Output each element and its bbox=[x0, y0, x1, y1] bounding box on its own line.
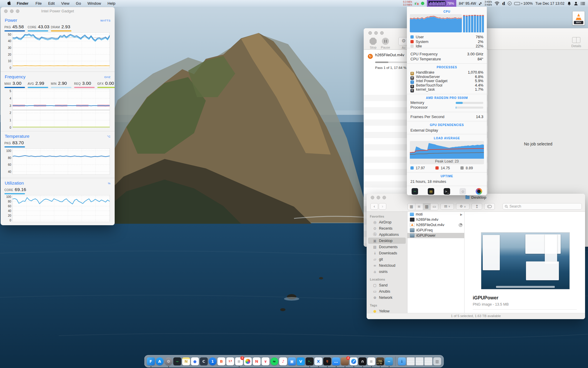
sidebar-item-recents[interactable]: ⊙Recents bbox=[367, 225, 407, 231]
sidebar-item-desktop[interactable]: ▣Desktop bbox=[368, 238, 406, 244]
htop-icon[interactable]: ▤ bbox=[428, 188, 434, 195]
dock-icon-system-preferences[interactable]: ⚙ bbox=[165, 357, 173, 365]
dock-icon-calendar[interactable]: 17 bbox=[226, 357, 234, 365]
file-row-h265fileout.m4v[interactable]: h265FileOut.m4v bbox=[407, 222, 464, 228]
list-view-button[interactable]: ≡ bbox=[415, 203, 423, 210]
istat-cpu-menu-item[interactable]: 78% bbox=[427, 0, 456, 7]
sidebar-item-applications[interactable]: ⒶApplications bbox=[367, 231, 407, 238]
menu-finder[interactable]: Finder bbox=[14, 0, 32, 7]
file-row-igpupower[interactable]: iGPUPower bbox=[407, 233, 464, 238]
temp-power-readout[interactable]: 84° 95.4W bbox=[459, 1, 476, 6]
dock-icon-1password[interactable]: 1 bbox=[209, 357, 217, 365]
column-view-button[interactable]: ▥ bbox=[423, 203, 431, 210]
process-row[interactable]: Kkernel_task1.7% bbox=[410, 87, 483, 92]
dock-icon-terminal[interactable]: >_ bbox=[306, 357, 314, 365]
sidebar-item-documents[interactable]: ▤Documents bbox=[367, 244, 407, 250]
sidebar-item-downloads[interactable]: ↓Downloads bbox=[367, 250, 407, 256]
close-button[interactable] bbox=[368, 31, 372, 35]
dock-icon-app-store[interactable]: A bbox=[156, 357, 164, 365]
dock-icon-bowler-hat-app[interactable]: ∩ bbox=[359, 357, 367, 365]
dock-icon-brave[interactable]: B bbox=[218, 357, 225, 365]
candlestick-chart-icon[interactable] bbox=[415, 1, 418, 6]
dock-icon-downloads-folder[interactable]: ↓ bbox=[398, 357, 406, 365]
dock-icon-news[interactable]: N bbox=[253, 357, 261, 365]
dock-icon-notes[interactable]: N bbox=[182, 357, 190, 365]
dock-icon-pocket[interactable]: ∨ bbox=[262, 357, 270, 365]
file-row-h265file.m4v[interactable]: h265File.m4v bbox=[407, 217, 464, 222]
dock-icon-finder[interactable]: F bbox=[147, 357, 155, 365]
menu-bar-clock[interactable]: Tue Dec 17 13:02 bbox=[535, 1, 564, 6]
dock-icon-music[interactable]: ♪ bbox=[279, 357, 287, 365]
menu-edit[interactable]: Edit bbox=[45, 0, 58, 7]
notification-bell-icon[interactable] bbox=[567, 1, 571, 6]
wifi-icon[interactable] bbox=[495, 1, 500, 5]
terminal-icon[interactable]: >_ bbox=[444, 188, 450, 195]
user-account-icon[interactable] bbox=[574, 1, 578, 6]
battery-indicator[interactable]: 100% bbox=[514, 1, 533, 6]
details-button[interactable]: Details bbox=[568, 37, 584, 48]
minimize-button[interactable] bbox=[374, 31, 378, 35]
dock-icon-reminders[interactable]: ≡4 bbox=[235, 357, 243, 365]
minimized-window-2[interactable] bbox=[416, 357, 424, 365]
status-green-dot-icon[interactable] bbox=[421, 2, 424, 5]
dock-icon-c-swoosh-app[interactable]: C bbox=[200, 357, 208, 365]
dock-icon-messages[interactable]: … bbox=[332, 357, 340, 365]
preview-thumbnail[interactable] bbox=[481, 232, 570, 289]
sidebar-item-yellow[interactable]: ●Yellow bbox=[367, 308, 407, 313]
dock-icon-textedit[interactable]: ≡ bbox=[368, 357, 375, 365]
dock-icon-safari[interactable] bbox=[350, 357, 358, 365]
forward-button[interactable]: › bbox=[379, 203, 386, 210]
activity-monitor-icon[interactable]: ~ bbox=[412, 188, 418, 195]
group-by-button[interactable]: ▤ ∨ bbox=[440, 203, 454, 210]
sidebar-item-airdrop[interactable]: ◎AirDrop bbox=[367, 219, 407, 225]
action-gear-button[interactable]: ⚙ ∨ bbox=[456, 203, 470, 210]
dock-icon-vscode[interactable]: V bbox=[297, 357, 305, 365]
file-row-igpufreq[interactable]: iGPUFreq bbox=[407, 228, 464, 233]
dock-icon-intellij[interactable]: IJ bbox=[323, 357, 331, 365]
dock-icon-photo-booth[interactable]: ▣ bbox=[288, 357, 296, 365]
check-circle-icon[interactable]: ✓ bbox=[508, 1, 512, 5]
istat-menus-icon[interactable] bbox=[476, 188, 482, 195]
menu-file[interactable]: File bbox=[32, 0, 45, 7]
menu-go[interactable]: Go bbox=[73, 0, 84, 7]
tag-button[interactable] bbox=[484, 203, 495, 210]
dock-icon-spotify[interactable]: ≈ bbox=[270, 357, 278, 365]
network-speed-widget-2[interactable]: 3 KB/s 3 KB/s bbox=[485, 1, 492, 6]
dock-icon-trash[interactable]: ▥ bbox=[433, 357, 441, 365]
pause-button[interactable]: Pause bbox=[380, 38, 391, 49]
gallery-view-button[interactable]: ▭ bbox=[431, 203, 438, 210]
network-speed-widget[interactable]: 0.3 kB/s 3.3 kB/s bbox=[403, 1, 412, 6]
dock-icon-xcode[interactable]: X bbox=[315, 357, 323, 365]
grabber-app-icon[interactable]: ◇ bbox=[460, 188, 466, 195]
stop-button[interactable]: Stop bbox=[367, 38, 379, 49]
dock-icon-photos[interactable] bbox=[244, 357, 252, 365]
menu-view[interactable]: View bbox=[58, 0, 73, 7]
dock-icon-handbrake[interactable]: H17.8%43:36 bbox=[376, 357, 384, 365]
sidebar-item-osiris[interactable]: ⌂osiris bbox=[367, 268, 407, 275]
ipg-section-power: PowerWATTSPKG45.58CORE43.03DRAM2.9350403… bbox=[1, 15, 115, 72]
icon-view-button[interactable]: ▦ bbox=[408, 203, 415, 210]
resize-arrows-icon[interactable] bbox=[479, 2, 482, 5]
d-menu-icon[interactable]: d bbox=[502, 1, 505, 6]
list-menu-icon[interactable] bbox=[581, 2, 585, 5]
apple-menu-icon[interactable] bbox=[5, 1, 14, 6]
share-button[interactable]: ↥ bbox=[472, 203, 482, 210]
sidebar-item-network[interactable]: ⊕Network bbox=[367, 294, 407, 301]
dock-icon-signal[interactable]: ● bbox=[191, 357, 199, 365]
sidebar-item-nextcloud[interactable]: ∞Nextcloud bbox=[367, 262, 407, 268]
search-input[interactable]: Search bbox=[502, 203, 582, 210]
sidebar-item-sand[interactable]: ▢Sand bbox=[367, 282, 407, 288]
menu-window[interactable]: Window bbox=[84, 0, 104, 7]
minimized-window-3[interactable] bbox=[425, 357, 432, 365]
file-row-moti[interactable]: moti▶ bbox=[407, 212, 464, 217]
zoom-button[interactable] bbox=[380, 31, 384, 35]
menu-help[interactable]: Help bbox=[104, 0, 119, 7]
back-button[interactable]: ‹ bbox=[370, 203, 378, 210]
dock-icon-bird-photo-app[interactable]: 4 bbox=[341, 357, 349, 365]
dock-icon-intel-power-gadget[interactable]: ~ bbox=[385, 357, 393, 365]
sidebar-item-git[interactable]: ▱git bbox=[367, 256, 407, 262]
desktop-file-m4v[interactable]: M4V bbox=[572, 11, 586, 25]
dock-icon-activity-monitor[interactable]: ~ bbox=[173, 357, 181, 365]
minimized-window-1[interactable] bbox=[407, 357, 415, 365]
sidebar-item-anubis[interactable]: ▭Anubis bbox=[367, 288, 407, 294]
